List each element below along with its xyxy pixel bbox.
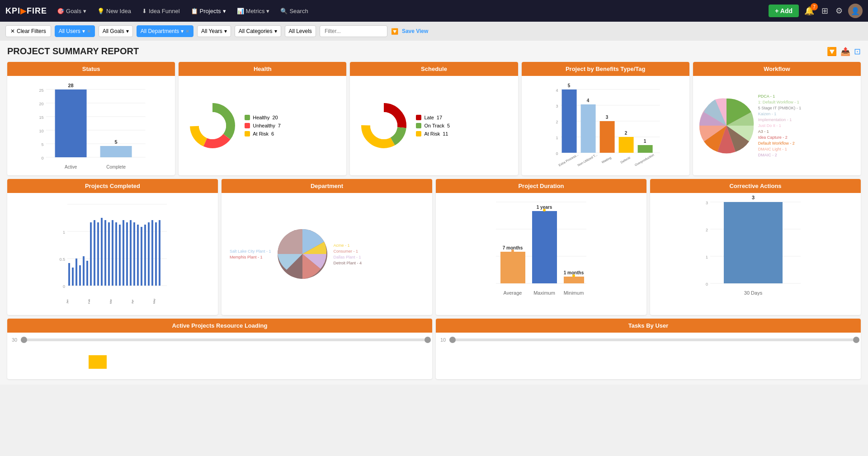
svg-text:3: 3 [752, 195, 755, 200]
health-legend: Healthy 20 Unhealthy 7 At Risk 6 [245, 115, 281, 136]
status-chart: 0 5 10 15 20 25 28 5 Active Complete [7, 80, 175, 175]
svg-rect-84 [159, 220, 160, 286]
workflow-default2: Default Workflow - 2 [758, 141, 801, 146]
svg-rect-65 [90, 222, 92, 286]
svg-rect-75 [126, 222, 128, 286]
department-header: Department [222, 179, 432, 193]
healthy-dot [245, 115, 250, 120]
tasks-min-label: 10 [440, 337, 446, 343]
workflow-idea-capture: Idea Capture - 2 [758, 135, 801, 140]
health-donut-svg [188, 101, 237, 150]
tasks-slider-track[interactable] [449, 338, 856, 341]
all-years-filter[interactable]: All Years ▾ [197, 25, 231, 37]
workflow-legend: PDCA - 1 1: Default Workflow - 1 5 Stage… [758, 94, 801, 157]
tasks-slider: 10 [440, 337, 856, 343]
late-dot [416, 115, 421, 120]
all-departments-filter[interactable]: All Departments ▾ ✕ [137, 25, 193, 37]
chevron-down-icon: ▾ [83, 8, 86, 14]
schedule-body: Late 17 On Track 5 At Risk 11 [350, 76, 518, 175]
resource-slider-track[interactable] [21, 338, 428, 341]
svg-rect-42 [618, 137, 633, 153]
corrective-actions-header: Corrective Actions [650, 179, 861, 193]
svg-text:3: 3 [706, 201, 708, 205]
all-goals-filter[interactable]: All Goals ▾ [99, 25, 133, 37]
svg-text:4: 4 [586, 98, 589, 103]
dept-memphis: Memphis Plant - 1 [230, 255, 271, 259]
remove-departments-filter[interactable]: ✕ [185, 28, 189, 34]
svg-rect-80 [144, 225, 146, 286]
add-button[interactable]: + Add [769, 5, 799, 17]
legend-unhealthy: Unhealthy 7 [245, 123, 281, 128]
workflow-a3: A3 - 1 [758, 129, 801, 134]
workflow-content: PDCA - 1 1: Default Workflow - 1 5 Stage… [695, 94, 859, 157]
share-icon[interactable]: 📤 [840, 47, 850, 56]
notification-bell[interactable]: 🔔 7 [802, 4, 816, 18]
clear-filters-button[interactable]: ✕ Clear Filters [5, 25, 51, 37]
metrics-icon: 📊 [237, 8, 244, 14]
nav-search[interactable]: 🔍 Search [276, 5, 312, 17]
benefits-body: 0 1 2 3 4 5 4 3 2 [522, 76, 689, 175]
status-header: Status [7, 62, 175, 76]
svg-rect-61 [75, 259, 77, 286]
schedule-donut-svg [359, 101, 409, 150]
svg-text:2: 2 [556, 120, 558, 124]
svg-text:0: 0 [706, 282, 708, 287]
projects-completed-chart: 0 0.5 1 [9, 195, 216, 313]
all-users-filter[interactable]: All Users ▾ ✕ [55, 25, 95, 37]
corrective-actions-card: Corrective Actions 0 1 2 3 3 30 Days [650, 179, 861, 315]
svg-text:Jan: Jan [66, 299, 69, 304]
tasks-by-user-card: Tasks By User 10 [436, 319, 861, 379]
resource-slider-thumb2[interactable] [425, 337, 431, 343]
dept-acme: Acme - 1 [334, 243, 374, 248]
filter-input[interactable] [320, 25, 387, 37]
settings-icon[interactable]: ⚙ [834, 4, 844, 18]
projects-icon: 📋 [191, 8, 198, 14]
grid-icon[interactable]: ⊞ [820, 4, 830, 18]
nav-metrics[interactable]: 📊 Metrics ▾ [232, 5, 274, 17]
nav-projects[interactable]: 📋 Projects ▾ [186, 5, 231, 17]
filter-icon[interactable]: 🔽 [391, 28, 398, 35]
nav-idea-funnel[interactable]: ⬇ Idea Funnel [137, 5, 184, 17]
svg-text:1: 1 [556, 136, 558, 140]
tasks-slider-thumb[interactable] [449, 337, 456, 343]
fullscreen-icon[interactable]: ⊡ [854, 47, 861, 56]
svg-text:0: 0 [556, 151, 558, 156]
legend-late: Late 17 [416, 115, 450, 120]
svg-rect-64 [86, 261, 88, 286]
svg-text:Mar: Mar [109, 299, 112, 304]
svg-text:15: 15 [39, 115, 44, 120]
save-view-button[interactable]: Save View [402, 28, 429, 34]
nav-new-idea[interactable]: 💡 New Idea [93, 5, 136, 17]
filter-report-icon[interactable]: 🔽 [827, 47, 837, 56]
nav-right-section: + Add 🔔 7 ⊞ ⚙ 👤 [769, 4, 863, 18]
tasks-slider-thumb2[interactable] [853, 337, 859, 343]
svg-text:Waiting: Waiting [601, 156, 612, 165]
resource-loading-card: Active Projects Resource Loading 30 [7, 319, 432, 379]
svg-rect-118 [89, 355, 107, 369]
svg-rect-62 [79, 265, 81, 286]
logo[interactable]: KPI ▶ FIRE [5, 6, 47, 16]
workflow-pie [695, 94, 758, 157]
logo-text: KPI [5, 6, 20, 16]
nav-goals[interactable]: 🎯 Goals ▾ [52, 5, 91, 17]
benefits-header: Project by Benefits Type/Tag [522, 62, 689, 76]
resource-slider-thumb[interactable] [21, 337, 27, 343]
svg-rect-95 [500, 252, 525, 283]
user-avatar[interactable]: 👤 [848, 4, 863, 18]
project-duration-body: 7 months 1 years 1 months Average Maximu… [436, 193, 646, 315]
svg-rect-14 [100, 146, 132, 157]
chevron-icon5: ▾ [274, 28, 277, 34]
svg-rect-71 [112, 220, 113, 286]
svg-text:30 Days: 30 Days [744, 290, 763, 296]
workflow-default1: 1: Default Workflow - 1 [758, 100, 801, 104]
svg-text:Active: Active [65, 165, 77, 169]
svg-point-97 [511, 249, 514, 252]
svg-text:0: 0 [63, 284, 65, 289]
svg-rect-60 [72, 268, 74, 286]
all-levels-filter[interactable]: All Levels [285, 25, 316, 37]
workflow-dmaic-light: DMAIC Light - 1 [758, 147, 801, 151]
remove-users-filter[interactable]: ✕ [87, 28, 91, 34]
all-categories-filter[interactable]: All Categories ▾ [235, 25, 281, 37]
project-duration-card: Project Duration 7 months 1 years [436, 179, 646, 315]
svg-text:25: 25 [39, 88, 44, 93]
